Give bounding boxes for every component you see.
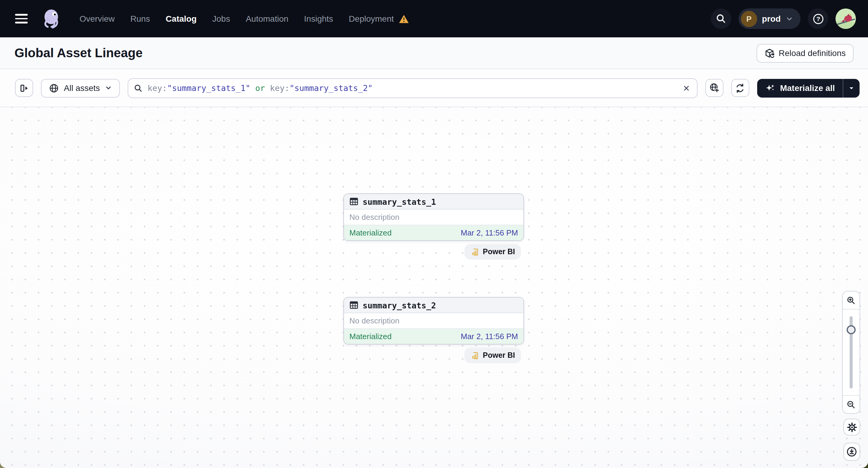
asset-node-summary-stats-2[interactable]: summary_stats_2 No description Materiali… [343,297,524,345]
primary-nav-links: Overview Runs Catalog Jobs Automation In… [80,14,409,24]
refresh-graph-button[interactable] [731,79,749,97]
asset-description: No description [344,313,523,329]
help-icon: ? [812,12,824,25]
chevron-down-icon [785,15,793,23]
gear-icon [847,422,857,432]
lineage-graph-canvas[interactable]: summary_stats_1 No description Materiali… [0,107,868,468]
scale-wrapper: Overview Runs Catalog Jobs Automation In… [0,0,868,468]
nav-item-deployment[interactable]: Deployment [349,14,394,24]
sparkles-icon [765,83,775,93]
status-badge: Materialized [349,228,392,237]
table-icon [349,301,359,310]
nav-item-insights[interactable]: Insights [304,14,333,24]
caret-down-icon [847,84,855,92]
deployment-avatar: P [741,10,757,27]
search-query-text: key:"summary_stats_1" or key:"summary_st… [148,83,677,93]
global-search-button[interactable] [711,8,731,29]
zoom-in-icon [846,295,856,305]
powerbi-tag-summary-stats-2[interactable]: Power BI [464,347,521,363]
zoom-slider-knob[interactable] [847,325,856,334]
filter-external-assets-button[interactable] [705,79,723,97]
materialization-timestamp[interactable]: Mar 2, 11:56 PM [461,228,518,237]
nav-item-overview[interactable]: Overview [80,14,115,24]
reload-definitions-icon [764,48,774,58]
deployment-switcher[interactable]: P prod [739,8,801,29]
clear-search-button[interactable] [681,83,691,93]
asset-scope-dropdown[interactable]: All assets [41,79,120,97]
asset-scope-label: All assets [64,83,100,93]
globe-plus-icon [709,83,720,93]
deployment-name: prod [762,14,781,24]
hamburger-menu-button[interactable] [12,8,33,29]
zoom-slider[interactable] [843,310,860,395]
zoom-out-icon [846,400,856,409]
nav-item-automation[interactable]: Automation [246,14,288,24]
nav-item-runs[interactable]: Runs [130,14,150,24]
zoom-control-widget [842,291,860,414]
refresh-icon [735,83,745,93]
asset-node-summary-stats-1[interactable]: summary_stats_1 No description Materiali… [343,193,524,241]
asset-description: No description [344,210,523,225]
cardinal-bird-avatar [835,8,856,29]
octopus-icon [41,8,63,30]
globe-icon [49,83,59,93]
zoom-out-button[interactable] [843,395,860,413]
svg-text:?: ? [816,15,820,22]
user-avatar[interactable] [835,8,856,29]
page-title: Global Asset Lineage [14,46,143,60]
help-button[interactable]: ? [808,8,828,29]
asset-status-row: Materialized Mar 2, 11:56 PM [344,225,523,240]
nav-item-jobs[interactable]: Jobs [212,14,230,24]
reload-definitions-button[interactable]: Reload definitions [756,44,854,62]
page-header: Global Asset Lineage Reload definitions [0,37,868,69]
materialize-all-split-button: Materialize all [757,79,860,97]
asset-search-input[interactable]: key:"summary_stats_1" or key:"summary_st… [128,78,698,98]
nav-right-cluster: P prod ? [711,8,856,29]
asset-status-row: Materialized Mar 2, 11:56 PM [344,329,523,344]
asset-node-header: summary_stats_2 [344,298,523,313]
app-window: Overview Runs Catalog Jobs Automation In… [0,0,868,468]
powerbi-tag-label: Power BI [483,351,515,360]
warning-icon [399,14,409,23]
zoom-in-button[interactable] [843,291,860,310]
reload-definitions-label: Reload definitions [779,48,846,58]
asset-name: summary_stats_2 [363,300,436,310]
chevron-down-icon [105,84,112,92]
powerbi-icon [470,351,479,360]
download-graph-button[interactable] [843,443,860,461]
materialization-timestamp[interactable]: Mar 2, 11:56 PM [461,332,518,341]
powerbi-icon [470,247,479,256]
toggle-sidebar-button[interactable] [15,79,33,97]
asset-node-header: summary_stats_1 [344,194,523,210]
materialize-all-button[interactable]: Materialize all [757,79,843,97]
download-icon [846,446,857,457]
dagster-logo[interactable] [41,8,63,30]
powerbi-tag-summary-stats-1[interactable]: Power BI [464,244,521,259]
materialize-options-button[interactable] [843,79,860,97]
search-icon [134,84,143,92]
open-panel-icon [19,83,29,93]
materialize-all-label: Materialize all [780,83,835,93]
graph-settings-button[interactable] [843,418,860,435]
status-badge: Materialized [349,332,392,341]
top-nav: Overview Runs Catalog Jobs Automation In… [0,0,868,37]
table-icon [349,197,359,206]
lineage-toolbar: All assets key:"summary_stats_1" or key:… [0,69,868,107]
close-icon [682,84,690,92]
asset-name: summary_stats_1 [363,197,436,206]
nav-item-catalog[interactable]: Catalog [166,14,197,24]
powerbi-tag-label: Power BI [483,248,515,256]
search-icon [716,13,726,24]
